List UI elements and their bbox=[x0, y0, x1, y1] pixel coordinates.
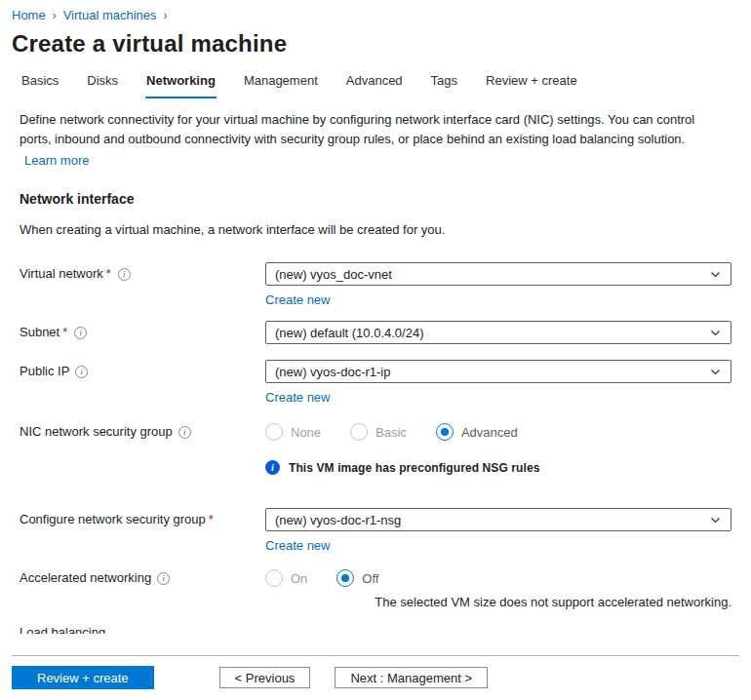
configure-nsg-dropdown[interactable]: (new) vyos-doc-r1-nsg bbox=[265, 508, 731, 531]
networking-description: Define network connectivity for your vir… bbox=[20, 110, 708, 148]
info-icon[interactable]: i bbox=[118, 268, 131, 281]
nic-nsg-radio-basic[interactable] bbox=[350, 423, 368, 441]
subnet-label: Subnet*i bbox=[20, 321, 265, 344]
chevron-down-icon bbox=[709, 327, 722, 339]
field-label-text: Public IP bbox=[20, 364, 69, 378]
nic-nsg-none-label: None bbox=[291, 425, 321, 440]
nsg-info-text: This VM image has preconfigured NSG rule… bbox=[289, 461, 540, 475]
configure-nsg-row: Configure network security group* (new) … bbox=[20, 508, 731, 553]
nic-nsg-radio-none[interactable] bbox=[265, 423, 283, 441]
tab-bar: Basics Disks Networking Management Advan… bbox=[0, 65, 751, 98]
tab-disks[interactable]: Disks bbox=[86, 65, 119, 98]
subnet-value: (new) default (10.0.4.0/24) bbox=[275, 326, 423, 340]
nic-nsg-radio-advanced[interactable] bbox=[436, 423, 454, 441]
accelerated-networking-row: Accelerated networkingi On Off The selec… bbox=[20, 566, 731, 609]
subnet-dropdown[interactable]: (new) default (10.0.4.0/24) bbox=[265, 321, 731, 344]
accelerated-networking-radio-group: On Off bbox=[265, 566, 731, 587]
accelerated-networking-label: Accelerated networkingi bbox=[20, 566, 265, 609]
page-title: Create a virtual machine bbox=[0, 24, 751, 65]
field-label-text: NIC network security group bbox=[20, 424, 173, 439]
public-ip-create-new-link[interactable]: Create new bbox=[265, 390, 330, 405]
info-icon[interactable]: i bbox=[178, 426, 191, 439]
field-label-text: Virtual network bbox=[20, 266, 103, 281]
tab-networking[interactable]: Networking bbox=[145, 65, 217, 98]
tab-basics[interactable]: Basics bbox=[20, 65, 59, 98]
breadcrumb: Home › Virtual machines › bbox=[0, 0, 751, 24]
virtual-network-value: (new) vyos_doc-vnet bbox=[275, 267, 392, 282]
accelerated-off-label: Off bbox=[362, 571, 378, 586]
virtual-network-create-new-link[interactable]: Create new bbox=[265, 292, 330, 307]
learn-more-link[interactable]: Learn more bbox=[24, 153, 89, 168]
public-ip-value: (new) vyos-doc-r1-ip bbox=[275, 365, 390, 379]
previous-button[interactable]: < Previous bbox=[219, 667, 311, 688]
nic-nsg-advanced-label: Advanced bbox=[461, 425, 518, 440]
required-asterisk: * bbox=[106, 266, 111, 281]
required-asterisk: * bbox=[62, 325, 67, 339]
chevron-down-icon bbox=[709, 268, 722, 281]
breadcrumb-link-virtual-machines[interactable]: Virtual machines bbox=[63, 8, 157, 22]
tab-review-create[interactable]: Review + create bbox=[485, 65, 578, 98]
accelerated-radio-off[interactable] bbox=[336, 569, 354, 587]
field-label-text: Configure network security group bbox=[20, 512, 206, 526]
network-interface-heading: Network interface bbox=[20, 191, 731, 207]
nic-nsg-radio-group: None Basic Advanced bbox=[265, 420, 731, 441]
load-balancing-label: Load balancing bbox=[20, 625, 265, 634]
next-management-button[interactable]: Next : Management > bbox=[335, 667, 488, 688]
info-badge-icon: i bbox=[265, 460, 280, 475]
virtual-network-row: Virtual network*i (new) vyos_doc-vnet Cr… bbox=[20, 262, 731, 307]
breadcrumb-separator-icon: › bbox=[164, 9, 168, 22]
network-interface-subtext: When creating a virtual machine, a netwo… bbox=[20, 222, 731, 237]
info-icon[interactable]: i bbox=[75, 366, 88, 378]
tab-tags[interactable]: Tags bbox=[430, 65, 458, 98]
configure-nsg-create-new-link[interactable]: Create new bbox=[265, 538, 330, 553]
virtual-network-dropdown[interactable]: (new) vyos_doc-vnet bbox=[265, 262, 731, 286]
virtual-network-label: Virtual network*i bbox=[20, 262, 265, 307]
review-create-button[interactable]: Review + create bbox=[12, 666, 154, 689]
public-ip-label: Public IPi bbox=[20, 360, 265, 405]
required-asterisk: * bbox=[209, 512, 214, 526]
configure-nsg-label: Configure network security group* bbox=[20, 508, 265, 553]
accelerated-on-label: On bbox=[291, 571, 307, 586]
footer-bar: Review + create < Previous Next : Manage… bbox=[0, 655, 751, 700]
subnet-row: Subnet*i (new) default (10.0.4.0/24) bbox=[20, 321, 731, 344]
info-icon[interactable]: i bbox=[74, 327, 87, 339]
info-icon[interactable]: i bbox=[157, 572, 170, 585]
nsg-info-message: i This VM image has preconfigured NSG ru… bbox=[265, 460, 731, 475]
field-label-text: Subnet bbox=[20, 325, 59, 339]
nic-nsg-label: NIC network security groupi bbox=[20, 420, 265, 441]
breadcrumb-separator-icon: › bbox=[53, 9, 57, 22]
accelerated-radio-on[interactable] bbox=[265, 569, 283, 587]
breadcrumb-link-home[interactable]: Home bbox=[12, 8, 46, 22]
nic-nsg-row: NIC network security groupi None Basic A… bbox=[20, 420, 731, 441]
load-balancing-row-cutoff: Load balancing bbox=[20, 625, 731, 634]
chevron-down-icon bbox=[709, 366, 722, 378]
public-ip-row: Public IPi (new) vyos-doc-r1-ip Create n… bbox=[20, 360, 731, 405]
tab-advanced[interactable]: Advanced bbox=[345, 65, 404, 98]
accelerated-networking-note: The selected VM size does not support ac… bbox=[265, 595, 731, 609]
chevron-down-icon bbox=[709, 514, 722, 526]
configure-nsg-value: (new) vyos-doc-r1-nsg bbox=[275, 513, 401, 527]
public-ip-dropdown[interactable]: (new) vyos-doc-r1-ip bbox=[265, 360, 731, 383]
field-label-text: Accelerated networking bbox=[20, 570, 151, 585]
tab-management[interactable]: Management bbox=[243, 65, 319, 98]
nic-nsg-basic-label: Basic bbox=[376, 425, 407, 440]
